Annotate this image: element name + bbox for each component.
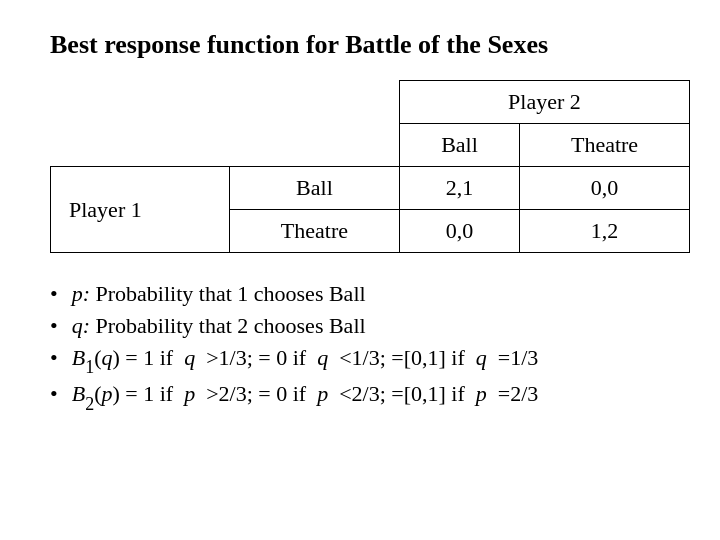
row2-strategy: Theatre	[229, 210, 399, 253]
bullet-p-italic: p:	[72, 281, 90, 307]
bullet-list: p: Probability that 1 chooses Ball q: Pr…	[50, 281, 670, 412]
row1-col2: 0,0	[520, 167, 690, 210]
bullet-q-italic: q:	[72, 313, 90, 339]
table-row: Player 1 Ball 2,1 0,0	[51, 167, 690, 210]
player2-header: Player 2	[399, 81, 689, 124]
col-header-theatre: Theatre	[520, 124, 690, 167]
col-header-ball: Ball	[399, 124, 519, 167]
top-left-empty	[51, 81, 230, 167]
bullet-item-q: q: Probability that 2 chooses Ball	[50, 313, 670, 339]
bullet-item-b2: B2(p) = 1 if p >2/3; = 0 if p <2/3; =[0,…	[50, 381, 670, 411]
bullet-item-p: p: Probability that 1 chooses Ball	[50, 281, 670, 307]
bullet-b1-text: B1(q) = 1 if q >1/3; = 0 if q <1/3; =[0,…	[72, 345, 539, 375]
bullet-p-text: Probability that 1 chooses Ball	[96, 281, 366, 307]
payoff-table-wrapper: Player 2 Ball Theatre Player 1 Ball 2,1 …	[50, 80, 670, 253]
player1-label: Player 1	[51, 167, 230, 253]
row2-col1: 0,0	[399, 210, 519, 253]
bullet-q-text: Probability that 2 chooses Ball	[96, 313, 366, 339]
bullet-item-b1: B1(q) = 1 if q >1/3; = 0 if q <1/3; =[0,…	[50, 345, 670, 375]
row2-col2: 1,2	[520, 210, 690, 253]
page-title: Best response function for Battle of the…	[50, 30, 670, 60]
bullet-b2-text: B2(p) = 1 if p >2/3; = 0 if p <2/3; =[0,…	[72, 381, 539, 411]
payoff-table: Player 2 Ball Theatre Player 1 Ball 2,1 …	[50, 80, 690, 253]
row1-col1: 2,1	[399, 167, 519, 210]
row1-strategy: Ball	[229, 167, 399, 210]
top-mid-empty	[229, 81, 399, 167]
